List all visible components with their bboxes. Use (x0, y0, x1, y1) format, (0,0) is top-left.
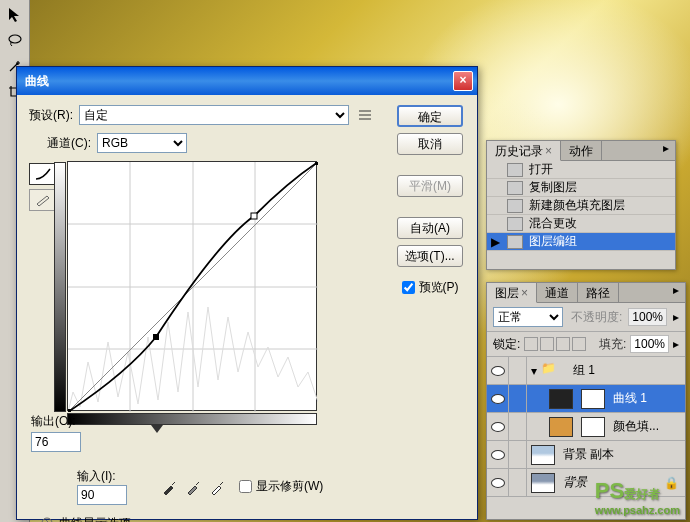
history-item[interactable]: 复制图层 (487, 179, 675, 197)
tab-history[interactable]: 历史记录× (487, 141, 561, 161)
lasso-tool-icon[interactable] (3, 28, 27, 52)
watermark: PS爱好者 www.psahz.com (595, 478, 680, 516)
eyedropper-white-icon[interactable] (209, 478, 227, 496)
eyedropper-gray-icon[interactable] (185, 478, 203, 496)
lock-label: 锁定: (493, 336, 520, 353)
layer-item-copy[interactable]: 背景 副本 (487, 441, 685, 469)
input-label: 输入(I): (77, 468, 127, 485)
tab-actions[interactable]: 动作 (561, 141, 602, 160)
curve-pencil-tool-icon[interactable] (29, 189, 57, 211)
smooth-button: 平滑(M) (397, 175, 463, 197)
preset-label: 预设(R): (29, 107, 73, 124)
auto-button[interactable]: 自动(A) (397, 217, 463, 239)
history-item[interactable]: 混合更改 (487, 215, 675, 233)
curves-dialog: 曲线 × 预设(R): 自定 通道(C): RGB (16, 66, 478, 520)
svg-point-12 (42, 518, 52, 523)
preset-select[interactable]: 自定 (79, 105, 349, 125)
opacity-value[interactable]: 100% (628, 308, 667, 326)
layer-thumbnail (549, 389, 573, 409)
fill-value[interactable]: 100% (630, 335, 669, 353)
svg-rect-9 (153, 334, 159, 340)
history-item[interactable]: 新建颜色填充图层 (487, 197, 675, 215)
svg-rect-8 (68, 409, 71, 412)
blend-mode-select[interactable]: 正常 (493, 307, 563, 327)
layer-item-curves[interactable]: 曲线 1 (487, 385, 685, 413)
history-item[interactable]: ▶图层编组 (487, 233, 675, 251)
lock-all-icon[interactable] (572, 337, 586, 351)
input-input[interactable] (77, 485, 127, 505)
output-input[interactable] (31, 432, 81, 452)
ok-button[interactable]: 确定 (397, 105, 463, 127)
layer-mask-thumbnail (581, 389, 605, 409)
eye-icon[interactable] (491, 366, 505, 376)
layer-thumbnail (531, 473, 555, 493)
opacity-label: 不透明度: (571, 309, 622, 326)
layer-item-group[interactable]: ▾ 📁 组 1 (487, 357, 685, 385)
panel-menu-icon[interactable]: ▸ (667, 283, 685, 302)
tab-paths[interactable]: 路径 (578, 283, 619, 302)
eye-icon[interactable] (491, 422, 505, 432)
layer-item-fill[interactable]: 颜色填... (487, 413, 685, 441)
svg-rect-11 (315, 162, 318, 165)
channel-label: 通道(C): (47, 135, 91, 152)
preset-menu-icon[interactable] (355, 106, 375, 124)
lock-pixels-icon[interactable] (540, 337, 554, 351)
options-button[interactable]: 选项(T)... (397, 245, 463, 267)
lock-transparent-icon[interactable] (524, 337, 538, 351)
show-clipping-checkbox[interactable] (239, 480, 252, 493)
fill-label: 填充: (599, 336, 626, 353)
input-gradient (67, 413, 317, 425)
layer-mask-thumbnail (581, 417, 605, 437)
output-label: 输出(O): (31, 413, 76, 430)
lock-position-icon[interactable] (556, 337, 570, 351)
tab-channels[interactable]: 通道 (537, 283, 578, 302)
eye-icon[interactable] (491, 394, 505, 404)
move-tool-icon[interactable] (3, 2, 27, 26)
show-clipping-label: 显示修剪(W) (256, 478, 323, 495)
input-slider[interactable] (67, 425, 317, 435)
dialog-titlebar[interactable]: 曲线 × (17, 67, 477, 95)
eye-icon[interactable] (491, 478, 505, 488)
dialog-title: 曲线 (21, 73, 453, 90)
svg-point-0 (9, 35, 21, 43)
tab-layers[interactable]: 图层× (487, 283, 537, 303)
history-item[interactable]: 打开 (487, 161, 675, 179)
folder-icon: 📁 (541, 361, 565, 381)
preview-checkbox[interactable] (402, 281, 415, 294)
curve-point-tool-icon[interactable] (29, 163, 57, 185)
layer-thumbnail (549, 417, 573, 437)
curve-graph[interactable] (67, 161, 317, 411)
preview-label: 预览(P) (419, 279, 459, 296)
history-panel: 历史记录× 动作 ▸ 打开 复制图层 新建颜色填充图层 混合更改 ▶图层编组 (486, 140, 676, 270)
eye-icon[interactable] (491, 450, 505, 460)
layer-thumbnail (531, 445, 555, 465)
opacity-chevron-icon[interactable]: ▸ (673, 310, 679, 324)
panel-menu-icon[interactable]: ▸ (657, 141, 675, 160)
chevron-right-icon[interactable] (41, 517, 55, 523)
fill-chevron-icon[interactable]: ▸ (673, 337, 679, 351)
channel-select[interactable]: RGB (97, 133, 187, 153)
cancel-button[interactable]: 取消 (397, 133, 463, 155)
output-gradient (54, 162, 66, 412)
svg-rect-10 (251, 213, 257, 219)
eyedropper-black-icon[interactable] (161, 478, 179, 496)
display-options-label[interactable]: 曲线显示选项 (59, 515, 131, 522)
chevron-down-icon[interactable]: ▾ (531, 364, 537, 378)
close-icon[interactable]: × (453, 71, 473, 91)
